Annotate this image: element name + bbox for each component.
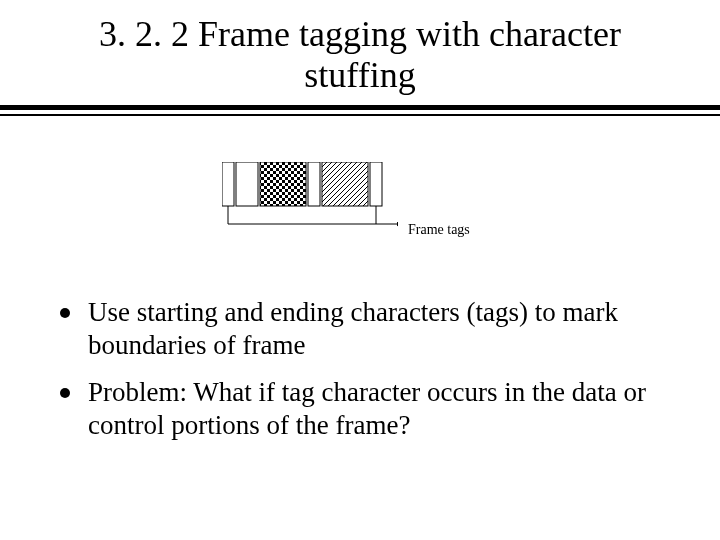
diagram-label: Frame tags bbox=[408, 222, 470, 238]
slide: 3. 2. 2 Frame tagging with character stu… bbox=[0, 0, 720, 540]
svg-rect-5 bbox=[308, 162, 320, 206]
slide-title: 3. 2. 2 Frame tagging with character stu… bbox=[0, 0, 720, 105]
bullet-text: Problem: What if tag character occurs in… bbox=[88, 376, 660, 442]
bullet-icon bbox=[60, 308, 70, 318]
horizontal-rule bbox=[0, 105, 720, 116]
list-item: Problem: What if tag character occurs in… bbox=[60, 376, 660, 442]
svg-rect-6 bbox=[322, 162, 368, 206]
svg-rect-2 bbox=[222, 162, 234, 206]
list-item: Use starting and ending characters (tags… bbox=[60, 296, 660, 362]
svg-rect-3 bbox=[236, 162, 258, 206]
bullet-icon bbox=[60, 388, 70, 398]
bullet-text: Use starting and ending characters (tags… bbox=[88, 296, 660, 362]
frame-diagram bbox=[222, 162, 398, 242]
svg-rect-7 bbox=[370, 162, 382, 206]
bullet-list: Use starting and ending characters (tags… bbox=[60, 296, 660, 456]
svg-rect-4 bbox=[260, 162, 306, 206]
